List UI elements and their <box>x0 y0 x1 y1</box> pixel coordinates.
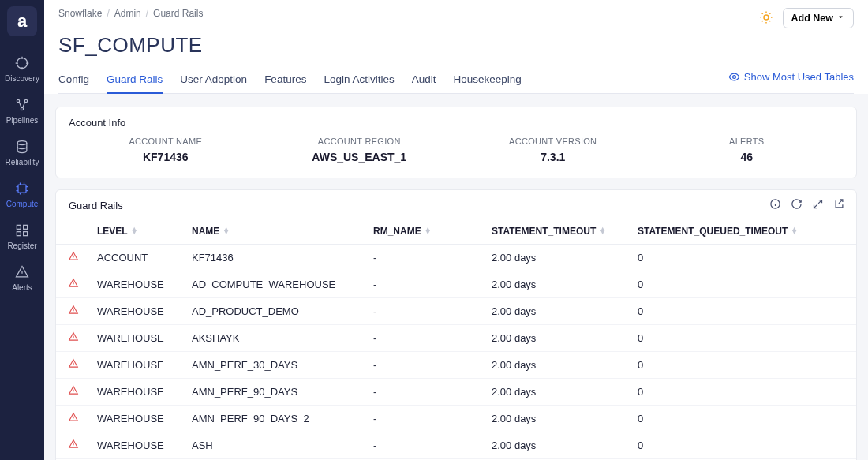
cell-statement-queued-timeout: 0 <box>631 298 856 325</box>
tab-features[interactable]: Features <box>264 69 306 93</box>
sidebar-item-register[interactable]: Register <box>0 215 44 256</box>
breadcrumb-item[interactable]: Snowflake <box>58 8 102 19</box>
topbar: Snowflake/Admin/Guard Rails Add New SF_C… <box>44 0 868 94</box>
info-label: ALERTS <box>650 137 844 146</box>
table-row[interactable]: WAREHOUSEAKSHAYK-2.00 days0 <box>56 325 856 352</box>
warning-icon <box>68 413 79 425</box>
svg-point-0 <box>17 58 27 68</box>
column-header-level[interactable]: LEVEL▲▼ <box>91 219 185 245</box>
breadcrumb: Snowflake/Admin/Guard Rails <box>58 8 203 19</box>
warning-icon <box>68 306 79 318</box>
svg-point-10 <box>764 15 769 20</box>
eye-icon <box>728 71 740 83</box>
table-row[interactable]: WAREHOUSEAMN_PERF_90_DAYS-2.00 days0 <box>56 379 856 406</box>
warning-icon <box>68 440 79 452</box>
tab-login-activities[interactable]: Login Activities <box>324 69 394 93</box>
add-new-button[interactable]: Add New <box>783 8 854 28</box>
cell-rm-name: - <box>367 325 485 352</box>
column-header-statement_timeout[interactable]: STATEMENT_TIMEOUT▲▼ <box>485 219 631 245</box>
sort-icon: ▲▼ <box>425 227 432 234</box>
cell-statement-queued-timeout: 0 <box>631 379 856 406</box>
cell-statement-timeout: 2.00 days <box>485 298 631 325</box>
content: Account Info ACCOUNT NAMEKF71436ACCOUNT … <box>44 94 868 460</box>
cell-level: WAREHOUSE <box>91 432 185 459</box>
account-info-item: ACCOUNT VERSION7.3.1 <box>456 137 650 163</box>
warning-icon <box>68 360 79 372</box>
sidebar-item-alerts[interactable]: Alerts <box>0 256 44 298</box>
info-label: ACCOUNT REGION <box>263 137 457 146</box>
sidebar-item-label: Reliability <box>6 158 39 166</box>
cell-name: AD_PRODUCT_DEMO <box>185 298 367 325</box>
cell-rm-name: - <box>367 352 485 379</box>
show-most-used-tables-link[interactable]: Show Most Used Tables <box>728 71 854 91</box>
table-row[interactable]: WAREHOUSEAD_COMPUTE_WAREHOUSE-2.00 days0 <box>56 271 856 298</box>
sidebar-item-pipelines[interactable]: Pipelines <box>0 89 44 131</box>
info-value: 46 <box>650 151 844 163</box>
tab-user-adoption[interactable]: User Adoption <box>180 69 247 93</box>
breadcrumb-item[interactable]: Guard Rails <box>153 8 203 19</box>
sidebar-item-label: Compute <box>6 200 39 208</box>
sidebar-item-discovery[interactable]: Discovery <box>0 47 44 89</box>
compute-icon <box>14 181 30 196</box>
account-info-item: ACCOUNT NAMEKF71436 <box>69 137 263 163</box>
sort-icon: ▲▼ <box>131 227 138 234</box>
discovery-icon <box>14 55 30 71</box>
tab-config[interactable]: Config <box>58 69 89 93</box>
info-label: ACCOUNT VERSION <box>456 137 650 146</box>
sidebar-item-label: Pipelines <box>6 116 39 125</box>
cell-rm-name: - <box>367 271 485 298</box>
cell-rm-name: - <box>367 432 485 459</box>
tab-audit[interactable]: Audit <box>412 69 436 93</box>
sort-icon: ▲▼ <box>223 227 230 234</box>
sidebar-item-label: Discovery <box>5 74 39 83</box>
sidebar-item-label: Alerts <box>12 283 32 292</box>
svg-rect-8 <box>17 232 21 236</box>
cell-rm-name: - <box>367 298 485 325</box>
svg-point-2 <box>24 99 27 102</box>
cell-rm-name: - <box>367 406 485 432</box>
sidebar-item-compute[interactable]: Compute <box>0 173 44 215</box>
cell-name: AMN_PERF_90_DAYS_2 <box>185 406 367 432</box>
cell-name: AMN_PERF_30_DAYS <box>185 352 367 379</box>
tab-housekeeping[interactable]: Housekeeping <box>454 69 522 93</box>
cell-statement-queued-timeout: 0 <box>631 406 856 432</box>
cell-statement-queued-timeout: 0 <box>631 352 856 379</box>
warning-icon <box>68 279 79 291</box>
info-icon[interactable] <box>769 198 781 212</box>
sort-icon: ▲▼ <box>599 227 606 234</box>
theme-toggle-icon[interactable] <box>759 10 773 27</box>
cell-statement-timeout: 2.00 days <box>485 271 631 298</box>
column-header-statement_queued_timeout[interactable]: STATEMENT_QUEUED_TIMEOUT▲▼ <box>631 219 856 245</box>
app-logo[interactable]: a <box>7 6 37 36</box>
tab-guard-rails[interactable]: Guard Rails <box>107 69 163 93</box>
column-header-name[interactable]: NAME▲▼ <box>185 219 367 245</box>
cell-statement-timeout: 2.00 days <box>485 325 631 352</box>
reliability-icon <box>14 139 30 155</box>
cell-statement-timeout: 2.00 days <box>485 352 631 379</box>
refresh-icon[interactable] <box>791 198 803 212</box>
guard-rails-table: LEVEL▲▼NAME▲▼RM_NAME▲▼STATEMENT_TIMEOUT▲… <box>56 219 856 460</box>
cell-statement-queued-timeout: 0 <box>631 245 856 271</box>
table-row[interactable]: WAREHOUSEASH-2.00 days0 <box>56 432 856 459</box>
cell-statement-timeout: 2.00 days <box>485 406 631 432</box>
cell-level: WAREHOUSE <box>91 325 185 352</box>
account-info-item: ACCOUNT REGIONAWS_US_EAST_1 <box>263 137 457 163</box>
svg-rect-6 <box>17 225 21 229</box>
column-header-rm_name[interactable]: RM_NAME▲▼ <box>367 219 485 245</box>
page-title: SF_COMPUTE <box>58 33 854 58</box>
info-value: 7.3.1 <box>456 151 650 163</box>
table-row[interactable]: WAREHOUSEAMN_PERF_30_DAYS-2.00 days0 <box>56 352 856 379</box>
table-row[interactable]: WAREHOUSEAMN_PERF_90_DAYS_2-2.00 days0 <box>56 406 856 432</box>
cell-level: WAREHOUSE <box>91 352 185 379</box>
chevron-down-icon <box>836 13 845 24</box>
tabs: ConfigGuard RailsUser AdoptionFeaturesLo… <box>58 69 854 94</box>
cell-statement-queued-timeout: 0 <box>631 325 856 352</box>
export-icon[interactable] <box>833 198 845 212</box>
table-row[interactable]: ACCOUNTKF71436-2.00 days0 <box>56 245 856 271</box>
table-row[interactable]: WAREHOUSEAD_PRODUCT_DEMO-2.00 days0 <box>56 298 856 325</box>
svg-rect-9 <box>24 232 28 236</box>
account-info-card: Account Info ACCOUNT NAMEKF71436ACCOUNT … <box>55 107 857 178</box>
breadcrumb-item[interactable]: Admin <box>114 8 141 19</box>
expand-icon[interactable] <box>812 198 824 212</box>
sidebar-item-reliability[interactable]: Reliability <box>0 131 44 173</box>
